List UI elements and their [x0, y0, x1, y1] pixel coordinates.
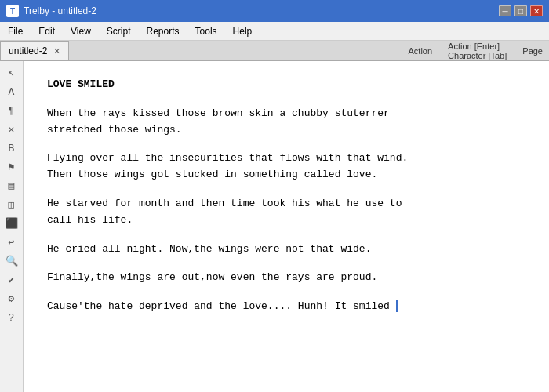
- action-character-label: Action [Enter]Character [Tab]: [448, 42, 507, 60]
- check-icon[interactable]: ✔: [3, 271, 20, 289]
- tab-untitled-2[interactable]: untitled-2 ✕: [0, 41, 69, 60]
- menu-item-help[interactable]: Help: [225, 24, 260, 39]
- poem-title: LOVE SMILED: [47, 77, 525, 93]
- menu-item-file[interactable]: File: [0, 24, 31, 39]
- action-label: Action: [409, 46, 433, 56]
- poem-stanza-1: When the rays kissed those brown skin a …: [47, 106, 525, 139]
- poem-line: He starved for month and then time took …: [47, 196, 525, 212]
- poem-line: Then those wings got stucked in somethin…: [47, 167, 525, 183]
- text-cursor: [390, 300, 398, 312]
- help-icon[interactable]: ?: [3, 309, 20, 326]
- tab-right-labels: Action Action [Enter]Character [Tab] Pag…: [402, 41, 549, 60]
- menu-item-view[interactable]: View: [63, 24, 99, 39]
- menu-item-tools[interactable]: Tools: [187, 24, 225, 39]
- poem-line: When the rays kissed those brown skin a …: [47, 106, 525, 122]
- bold-icon[interactable]: B: [3, 140, 20, 157]
- left-toolbar: ↖A¶✕B⚑▤◫⬛↩🔍✔⚙?: [0, 61, 24, 392]
- tab-bar: untitled-2 ✕ Action Action [Enter]Charac…: [0, 41, 549, 61]
- cursor-icon[interactable]: ↖: [3, 64, 20, 82]
- poem-stanza-4: He cried all night. Now,the wings were n…: [47, 241, 525, 258]
- flag-icon[interactable]: ⚑: [3, 158, 20, 176]
- app-icon: T: [6, 5, 19, 17]
- fade-icon[interactable]: ⬛: [3, 215, 20, 232]
- menu-item-script[interactable]: Script: [99, 24, 139, 39]
- title-bar: T Trelby - untitled-2 ─ □ ✕: [0, 0, 549, 22]
- window-title: Trelby - untitled-2: [24, 5, 96, 16]
- title-bar-left: T Trelby - untitled-2: [6, 5, 96, 17]
- gear-icon[interactable]: ⚙: [3, 290, 20, 307]
- main-area: ↖A¶✕B⚑▤◫⬛↩🔍✔⚙? LOVE SMILED When the rays…: [0, 61, 549, 392]
- menu-item-reports[interactable]: Reports: [139, 24, 187, 39]
- text-icon[interactable]: A: [3, 83, 20, 100]
- poem-line: call his life.: [47, 212, 525, 229]
- menu-item-edit[interactable]: Edit: [31, 24, 63, 39]
- poem-stanza-5: Finally,the wings are out,now even the r…: [47, 270, 525, 286]
- minimize-button[interactable]: ─: [499, 5, 511, 16]
- scene-icon[interactable]: ◫: [3, 196, 20, 213]
- settings-icon[interactable]: ▤: [3, 177, 20, 194]
- poem-stanza-6: Cause'the hate deprived and the love....…: [47, 299, 525, 315]
- back-icon[interactable]: ↩: [3, 234, 20, 251]
- poem-stanza-3: He starved for month and then time took …: [47, 196, 525, 229]
- poem-line: Flying over all the insecurities that fl…: [47, 151, 525, 167]
- title-bar-controls[interactable]: ─ □ ✕: [499, 5, 543, 16]
- tab-label: untitled-2: [9, 45, 47, 56]
- poem-stanza-2: Flying over all the insecurities that fl…: [47, 151, 525, 183]
- page-label: Page: [522, 46, 543, 56]
- poem-line: Cause'the hate deprived and the love....…: [47, 299, 525, 315]
- poem-line: He cried all night. Now,the wings were n…: [47, 241, 525, 258]
- poem-line: stretched those wings.: [47, 122, 525, 139]
- paragraph-icon[interactable]: ¶: [3, 102, 20, 119]
- tab-close-button[interactable]: ✕: [53, 46, 60, 56]
- close-button[interactable]: ✕: [530, 5, 543, 16]
- search-icon[interactable]: 🔍: [3, 252, 20, 270]
- menu-bar: FileEditViewScriptReportsToolsHelp: [0, 22, 549, 41]
- maximize-button[interactable]: □: [514, 5, 527, 16]
- editor[interactable]: LOVE SMILED When the rays kissed those b…: [24, 61, 549, 392]
- poem-line: Finally,the wings are out,now even the r…: [47, 270, 525, 286]
- delete-icon[interactable]: ✕: [3, 121, 20, 138]
